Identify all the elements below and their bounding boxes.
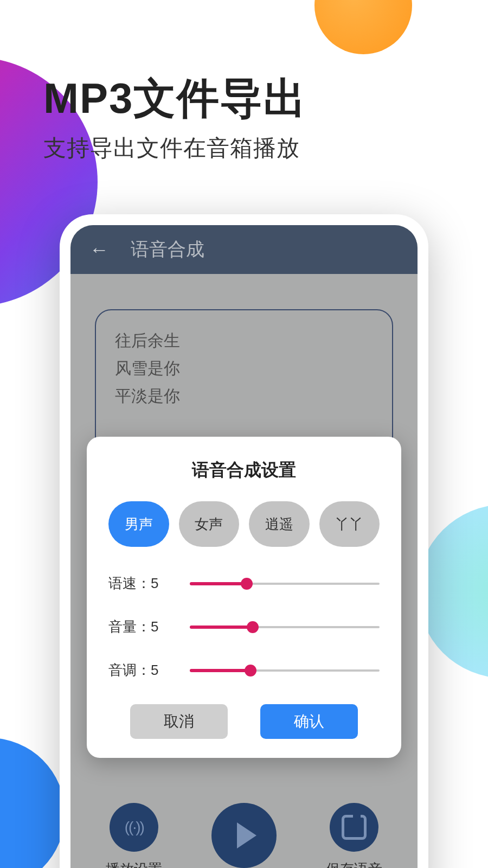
- settings-modal: 语音合成设置 男声 女声 逍遥 丫丫 语速：5 音量：5: [87, 437, 401, 758]
- bottom-bar: 播放设置 播放 保存语音: [70, 803, 418, 868]
- app-header: ← 语音合成: [70, 225, 418, 274]
- phone-mock: ← 语音合成 往后余生 风雪是你 平淡是你 语音合成设置 男声 女声 逍遥 丫丫…: [60, 214, 428, 868]
- slider-thumb-icon[interactable]: [245, 665, 256, 676]
- slider-label-prefix: 语速：: [108, 575, 151, 591]
- lyrics-line: 往后余生: [115, 327, 373, 354]
- broadcast-icon: [110, 803, 158, 852]
- bottom-label: 保存语音: [326, 860, 382, 868]
- slider-label: 音量：5: [108, 617, 174, 636]
- slider-label: 语速：5: [108, 574, 174, 593]
- voice-chip-female[interactable]: 女声: [179, 501, 240, 547]
- bottom-item-save[interactable]: 保存语音: [326, 803, 382, 868]
- phone-screen: ← 语音合成 往后余生 风雪是你 平淡是你 语音合成设置 男声 女声 逍遥 丫丫…: [70, 225, 418, 868]
- slider-speed[interactable]: [190, 578, 380, 589]
- headline-subtitle: 支持导出文件在音箱播放: [43, 133, 307, 163]
- decor-circle-orange: [314, 0, 412, 54]
- voice-chip-male[interactable]: 男声: [108, 501, 169, 547]
- slider-pitch[interactable]: [190, 665, 380, 676]
- lyrics-line: 风雪是你: [115, 354, 373, 382]
- save-icon: [330, 803, 378, 852]
- slider-label-prefix: 音量：: [108, 618, 151, 635]
- slider-label-prefix: 音调：: [108, 662, 151, 678]
- slider-thumb-icon[interactable]: [241, 578, 253, 590]
- lyrics-line: 平淡是你: [115, 382, 373, 410]
- bottom-label: 播放设置: [106, 860, 162, 868]
- slider-fill: [190, 669, 251, 672]
- bottom-item-play[interactable]: 播放: [211, 803, 277, 868]
- slider-thumb-icon[interactable]: [247, 621, 259, 633]
- bottom-item-settings[interactable]: 播放设置: [106, 803, 162, 868]
- chip-label: 男声: [125, 515, 153, 534]
- headline-title: MP3文件导出: [43, 71, 307, 127]
- chip-label: 逍遥: [265, 515, 293, 534]
- back-arrow-icon[interactable]: ←: [89, 240, 109, 259]
- slider-volume[interactable]: [190, 622, 380, 633]
- voice-chip-row: 男声 女声 逍遥 丫丫: [108, 501, 380, 547]
- decor-circle-blue: [0, 738, 65, 868]
- slider-label: 音调：5: [108, 661, 174, 680]
- app-title: 语音合成: [131, 237, 204, 262]
- slider-row-pitch: 音调：5: [108, 661, 380, 680]
- voice-chip-xiaoyao[interactable]: 逍遥: [249, 501, 310, 547]
- slider-fill: [190, 626, 253, 629]
- slider-value: 5: [151, 575, 158, 591]
- slider-value: 5: [151, 662, 158, 678]
- slider-row-speed: 语速：5: [108, 574, 380, 593]
- app-body: 往后余生 风雪是你 平淡是你 语音合成设置 男声 女声 逍遥 丫丫 语速：5: [70, 274, 418, 868]
- slider-fill: [190, 582, 247, 585]
- slider-row-volume: 音量：5: [108, 617, 380, 636]
- chip-label: 丫丫: [335, 515, 363, 534]
- play-icon: [211, 803, 277, 868]
- modal-title: 语音合成设置: [108, 458, 380, 482]
- confirm-button[interactable]: 确认: [260, 704, 358, 739]
- chip-label: 女声: [195, 515, 223, 534]
- slider-value: 5: [151, 618, 158, 635]
- page-headline: MP3文件导出 支持导出文件在音箱播放: [43, 71, 307, 163]
- voice-chip-yaya[interactable]: 丫丫: [319, 501, 380, 547]
- modal-actions: 取消 确认: [108, 704, 380, 739]
- cancel-button[interactable]: 取消: [130, 704, 228, 739]
